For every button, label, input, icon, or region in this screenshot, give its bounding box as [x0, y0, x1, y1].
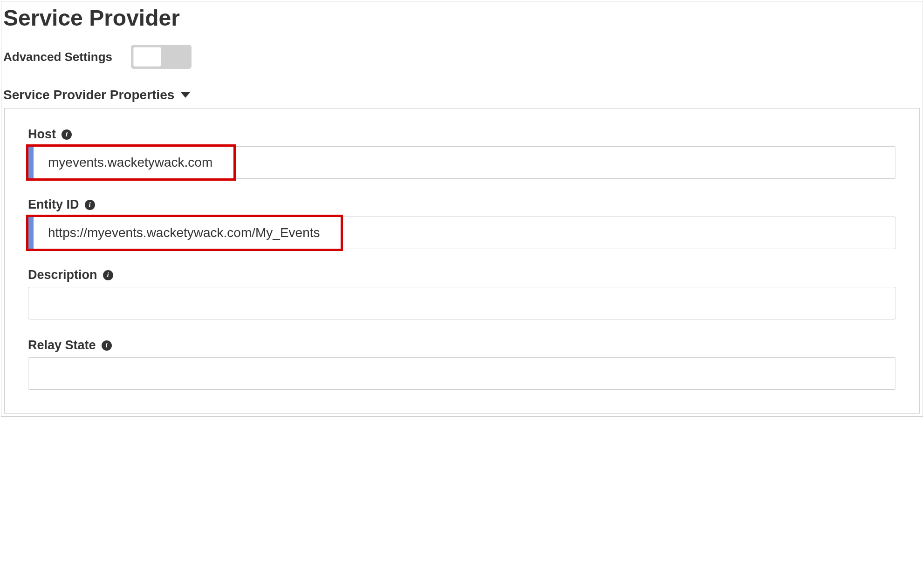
- info-icon[interactable]: i: [62, 129, 72, 140]
- relay-state-field-group: Relay State i: [28, 338, 896, 390]
- entity-id-label: Entity ID: [28, 197, 79, 212]
- host-input-wrap: [28, 146, 896, 179]
- properties-section-header[interactable]: Service Provider Properties: [1, 88, 923, 108]
- description-input[interactable]: [28, 287, 896, 319]
- advanced-settings-row: Advanced Settings: [1, 45, 923, 88]
- properties-section-title: Service Provider Properties: [3, 88, 174, 102]
- service-provider-page: Service Provider Advanced Settings Servi…: [1, 1, 923, 417]
- info-icon[interactable]: i: [102, 340, 112, 351]
- description-label: Description: [28, 268, 97, 282]
- entity-id-label-row: Entity ID i: [28, 197, 896, 212]
- relay-state-label-row: Relay State i: [28, 338, 896, 353]
- host-label: Host: [28, 127, 56, 142]
- info-icon[interactable]: i: [103, 270, 113, 280]
- advanced-settings-label: Advanced Settings: [3, 50, 112, 64]
- relay-state-input-wrap: [28, 357, 896, 390]
- input-accent: [28, 146, 34, 179]
- host-field-group: Host i: [28, 127, 896, 179]
- entity-id-field-group: Entity ID i: [28, 197, 896, 249]
- info-icon[interactable]: i: [85, 200, 95, 210]
- page-title: Service Provider: [1, 1, 923, 45]
- advanced-settings-toggle[interactable]: [131, 45, 192, 69]
- properties-panel: Host i Entity ID i Description: [4, 108, 920, 414]
- caret-down-icon: [181, 92, 190, 98]
- relay-state-input[interactable]: [28, 357, 896, 390]
- description-field-group: Description i: [28, 268, 896, 319]
- host-input[interactable]: [28, 146, 896, 179]
- description-input-wrap: [28, 287, 896, 319]
- description-label-row: Description i: [28, 268, 896, 282]
- entity-id-input-wrap: [28, 217, 896, 249]
- input-accent: [28, 217, 34, 249]
- toggle-knob: [133, 47, 161, 67]
- host-label-row: Host i: [28, 127, 896, 142]
- relay-state-label: Relay State: [28, 338, 96, 353]
- entity-id-input[interactable]: [28, 217, 896, 249]
